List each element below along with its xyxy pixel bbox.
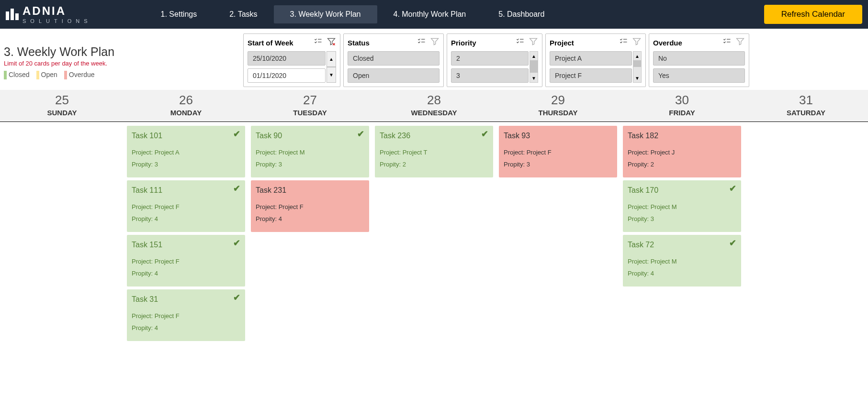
refresh-calendar-button[interactable]: Refresh Calendar — [764, 5, 862, 24]
filter-icon[interactable] — [632, 37, 642, 48]
filter-title: Overdue — [653, 39, 682, 47]
scroll-up-icon[interactable]: ▲ — [633, 52, 641, 60]
open-swatch-icon — [36, 71, 39, 79]
scroll-up-icon[interactable]: ▲ — [530, 52, 538, 60]
filter-icon[interactable] — [529, 37, 538, 48]
slicer-item[interactable]: No — [653, 51, 745, 66]
check-icon: ✔ — [233, 183, 240, 194]
check-icon: ✔ — [233, 292, 240, 303]
check-icon: ✔ — [233, 129, 240, 139]
slicer-item[interactable]: 3 — [451, 68, 529, 83]
task-card[interactable]: ✔Task 151Project: Project FPropity: 4 — [127, 235, 245, 287]
filter-start-of-week: Start of Week 25/10/2020 01/11/2020 ▲ ▼ — [243, 33, 340, 87]
scrollbar-thumb[interactable] — [530, 60, 538, 73]
filter-status: Status Closed Open — [343, 33, 444, 87]
task-card[interactable]: ✔Task 170Project: Project MPropity: 3 — [623, 180, 741, 232]
filter-title: Start of Week — [248, 39, 293, 47]
task-card[interactable]: ✔Task 31Project: Project FPropity: 4 — [127, 289, 245, 341]
topbar: ADNIA SOLUTIONS 1. Settings 2. Tasks 3. … — [0, 0, 868, 29]
logo: ADNIA SOLUTIONS — [6, 5, 92, 24]
filter-title: Project — [550, 39, 574, 47]
filters: Start of Week 25/10/2020 01/11/2020 ▲ ▼ — [243, 33, 749, 87]
day-col-tuesday: ✔Task 90Project: Project MPropity: 3 Tas… — [248, 122, 372, 345]
day-header: 29THURSDAY — [496, 90, 620, 121]
slicer-item[interactable]: Open — [348, 68, 440, 83]
nav: 1. Settings 2. Tasks 3. Weekly Work Plan… — [145, 5, 561, 23]
filter-priority: Priority 2 3 ▲ ▼ — [447, 33, 542, 87]
check-icon: ✔ — [481, 129, 488, 139]
slicer-item[interactable]: 25/10/2020 — [248, 51, 326, 66]
check-icon: ✔ — [357, 129, 364, 139]
slicer-item[interactable]: Yes — [653, 68, 745, 83]
logo-bars-icon — [6, 9, 19, 20]
multiselect-icon[interactable] — [417, 37, 426, 48]
slicer-item[interactable]: Project A — [550, 51, 632, 66]
day-col-thursday: Task 93Project: Project FPropity: 3 — [496, 122, 620, 345]
filter-title: Status — [348, 39, 370, 47]
task-card[interactable]: ✔Task 111Project: Project FPropity: 4 — [127, 180, 245, 232]
nav-weekly[interactable]: 3. Weekly Work Plan — [274, 5, 377, 23]
page-title: 3. Weekly Work Plan — [4, 45, 243, 59]
task-card[interactable]: ✔Task 90Project: Project MPropity: 3 — [251, 126, 369, 177]
scroll-down-icon[interactable]: ▼ — [530, 74, 538, 82]
logo-sub: SOLUTIONS — [23, 19, 92, 24]
closed-swatch-icon — [4, 71, 7, 79]
spin-up-icon[interactable]: ▲ — [327, 51, 336, 67]
check-icon: ✔ — [729, 238, 736, 248]
filter-overdue: Overdue No Yes — [649, 33, 749, 87]
slicer-item[interactable]: 2 — [451, 51, 529, 66]
day-header: 25SUNDAY — [0, 90, 124, 121]
nav-dashboard[interactable]: 5. Dashboard — [482, 5, 561, 23]
multiselect-icon[interactable] — [515, 37, 525, 48]
day-header: 26MONDAY — [124, 90, 248, 121]
nav-monthly[interactable]: 4. Monthly Work Plan — [377, 5, 483, 23]
scroll-down-icon[interactable]: ▼ — [633, 74, 641, 82]
nav-tasks[interactable]: 2. Tasks — [213, 5, 273, 23]
multiselect-icon[interactable] — [722, 37, 732, 48]
calendar-body: ✔Task 101Project: Project APropity: 3 ✔T… — [0, 122, 868, 345]
logo-main: ADNIA — [23, 5, 92, 17]
title-block: 3. Weekly Work Plan Limit of 20 cards pe… — [4, 33, 243, 87]
slicer-item[interactable]: Project F — [550, 68, 632, 83]
day-header: 30FRIDAY — [620, 90, 744, 121]
slicer-item[interactable]: Closed — [348, 51, 440, 66]
check-icon: ✔ — [233, 238, 240, 248]
task-card[interactable]: Task 231Project: Project FPropity: 4 — [251, 180, 369, 232]
task-card[interactable]: ✔Task 72Project: Project MPropity: 4 — [623, 235, 741, 287]
legend-overdue: Overdue — [69, 71, 95, 78]
legend: Closed Open Overdue — [4, 71, 243, 79]
clear-filter-icon[interactable] — [327, 37, 336, 48]
day-col-sunday — [0, 122, 124, 345]
legend-open: Open — [41, 71, 57, 78]
nav-settings[interactable]: 1. Settings — [145, 5, 214, 23]
day-col-friday: Task 182Project: Project JPropity: 2 ✔Ta… — [620, 122, 744, 345]
multiselect-icon[interactable] — [313, 37, 323, 48]
spin-down-icon[interactable]: ▼ — [327, 67, 336, 83]
scrollbar-thumb[interactable] — [633, 60, 641, 67]
limit-text: Limit of 20 cards per day of the week. — [4, 60, 243, 67]
task-card[interactable]: Task 93Project: Project FPropity: 3 — [499, 126, 617, 177]
check-icon: ✔ — [729, 183, 736, 194]
calendar-header: 25SUNDAY 26MONDAY 27TUESDAY 28WEDNESDAY … — [0, 90, 868, 122]
day-header: 31SATURDAY — [744, 90, 868, 121]
filter-icon[interactable] — [430, 37, 440, 48]
filter-title: Priority — [451, 39, 476, 47]
filter-icon[interactable] — [735, 37, 745, 48]
day-col-monday: ✔Task 101Project: Project APropity: 3 ✔T… — [124, 122, 248, 345]
task-card[interactable]: ✔Task 101Project: Project APropity: 3 — [127, 126, 245, 177]
slicer-item[interactable]: 01/11/2020 — [248, 68, 326, 83]
legend-closed: Closed — [9, 71, 30, 78]
day-header: 28WEDNESDAY — [372, 90, 496, 121]
overdue-swatch-icon — [64, 71, 67, 79]
day-col-wednesday: ✔Task 236Project: Project TPropity: 2 — [372, 122, 496, 345]
task-card[interactable]: Task 182Project: Project JPropity: 2 — [623, 126, 741, 177]
filter-project: Project Project A Project F ▲ ▼ — [545, 33, 646, 87]
day-col-saturday — [744, 122, 868, 345]
task-card[interactable]: ✔Task 236Project: Project TPropity: 2 — [375, 126, 493, 177]
day-header: 27TUESDAY — [248, 90, 372, 121]
multiselect-icon[interactable] — [619, 37, 628, 48]
